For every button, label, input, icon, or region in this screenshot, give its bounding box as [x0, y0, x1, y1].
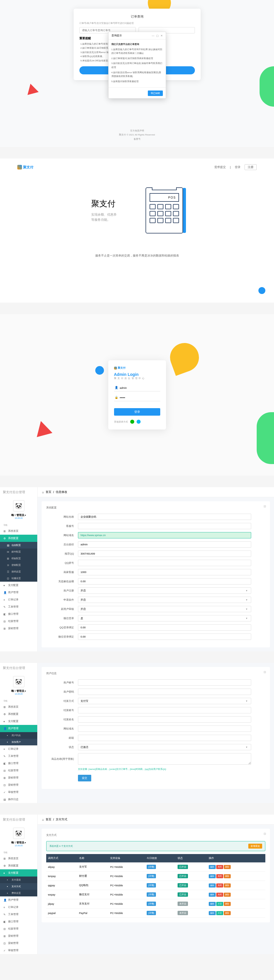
- field-input[interactable]: [78, 578, 251, 585]
- password-input[interactable]: [114, 394, 160, 401]
- delete-button[interactable]: 删除: [224, 892, 231, 897]
- field-input[interactable]: [78, 633, 251, 640]
- close-button[interactable]: 关闭: [216, 883, 223, 888]
- sidebar-item[interactable]: •支付通道: [0, 877, 37, 883]
- sidebar-item[interactable]: ≡订单记录: [0, 745, 37, 752]
- sidebar-item[interactable]: ⚙系统配置: [0, 711, 37, 718]
- sidebar-item[interactable]: ♦支付配置: [0, 582, 37, 589]
- login-button[interactable]: 登录: [114, 408, 160, 416]
- close-button[interactable]: 关闭: [216, 892, 223, 897]
- sidebar-item[interactable]: ⊡营销管理: [0, 940, 37, 947]
- field-input[interactable]: [78, 707, 251, 713]
- sidebar-item[interactable]: ⊞营销管理: [0, 625, 37, 632]
- sidebar-item[interactable]: •添加用户: [0, 739, 37, 745]
- sidebar-item[interactable]: ⛭密钥配置: [0, 562, 37, 568]
- sidebar-item[interactable]: ⊞营销管理: [0, 932, 37, 940]
- sidebar-item[interactable]: ✎工单管理: [0, 911, 37, 918]
- open-button[interactable]: 开启: [216, 902, 223, 906]
- sidebar-item[interactable]: ⊡营销管理: [0, 781, 37, 789]
- field-input[interactable]: [78, 735, 251, 741]
- sidebar-item[interactable]: ✓审核管理: [0, 789, 37, 796]
- admin-username[interactable]: 嗨！管理员 ▾: [3, 841, 34, 845]
- open-button[interactable]: 开启: [216, 911, 223, 915]
- fab-button[interactable]: [258, 287, 265, 294]
- sidebar-item[interactable]: ⚙系统配置: [0, 535, 37, 542]
- detail-badge[interactable]: [详情]: [147, 892, 156, 897]
- delete-button[interactable]: 删除: [224, 865, 231, 869]
- sidebar-item[interactable]: ◧接口管理: [0, 918, 37, 925]
- sidebar-item[interactable]: ⊞系统首页: [0, 855, 37, 862]
- detail-badge[interactable]: [详情]: [147, 902, 156, 906]
- qq-icon[interactable]: [136, 420, 141, 424]
- sidebar-item[interactable]: ≡订单记录: [0, 904, 37, 911]
- edit-button[interactable]: 编辑: [209, 883, 216, 888]
- sidebar-item[interactable]: ▤操作日志: [0, 796, 37, 803]
- edit-button[interactable]: 编辑: [209, 902, 216, 906]
- field-input[interactable]: [78, 523, 251, 529]
- admin-username[interactable]: 嗨！管理员 ▾: [3, 513, 34, 517]
- home-icon[interactable]: ⌂: [42, 818, 44, 821]
- field-select[interactable]: 开启: [78, 587, 251, 594]
- field-input[interactable]: [78, 624, 251, 631]
- field-input[interactable]: [78, 560, 251, 566]
- home-icon[interactable]: ⌂: [42, 491, 44, 494]
- field-input[interactable]: [78, 689, 251, 695]
- sidebar-item[interactable]: 👤用户管理: [0, 589, 37, 596]
- field-input[interactable]: [78, 569, 251, 575]
- sidebar-item[interactable]: ✓审核管理: [0, 947, 37, 954]
- detail-badge[interactable]: [详情]: [147, 911, 156, 915]
- panel-toggle-icon[interactable]: ⊟: [264, 670, 266, 674]
- field-textarea[interactable]: [78, 753, 251, 765]
- delete-button[interactable]: 删除: [224, 874, 231, 878]
- modal-confirm-button[interactable]: 我已知晓: [148, 91, 163, 96]
- field-input[interactable]: [78, 541, 251, 548]
- detail-badge[interactable]: [详情]: [147, 874, 156, 878]
- delete-button[interactable]: 删除: [224, 902, 231, 906]
- sidebar-item[interactable]: •用户列表: [0, 732, 37, 739]
- field-input[interactable]: [78, 532, 251, 538]
- sidebar-item[interactable]: •支付方式: [0, 883, 37, 890]
- nav-register-button[interactable]: 注册: [245, 164, 257, 170]
- sidebar-item[interactable]: 👤用户管理: [0, 896, 37, 904]
- nav-demand[interactable]: 需求提交: [214, 165, 226, 169]
- maximize-icon[interactable]: ▢: [156, 34, 159, 37]
- close-button[interactable]: 关闭: [216, 865, 223, 869]
- sidebar-item[interactable]: ✎工单管理: [0, 752, 37, 760]
- sidebar-item[interactable]: ⊞营销管理: [0, 774, 37, 781]
- sidebar-item[interactable]: ⊟结算管理: [0, 767, 37, 774]
- submit-button[interactable]: 提交: [78, 775, 91, 781]
- sidebar-item[interactable]: ⊞系统首页: [0, 703, 37, 711]
- delete-button[interactable]: 删除: [224, 883, 231, 888]
- sidebar-item[interactable]: ⊟结算管理: [0, 925, 37, 932]
- sidebar-item[interactable]: ✎工单管理: [0, 603, 37, 611]
- field-select[interactable]: 开启: [78, 597, 251, 603]
- field-input[interactable]: [78, 550, 251, 557]
- sidebar-item[interactable]: ⊡轮播设置: [0, 575, 37, 582]
- sidebar-item[interactable]: ≡订单记录: [0, 596, 37, 603]
- edit-button[interactable]: 编辑: [209, 874, 216, 878]
- close-icon[interactable]: ✕: [160, 34, 163, 37]
- sidebar-item[interactable]: ♦支付配置: [0, 718, 37, 725]
- sidebar-item[interactable]: ⊞系统首页: [0, 527, 37, 535]
- sidebar-item[interactable]: ⊟结算管理: [0, 618, 37, 625]
- delete-button[interactable]: 删除: [224, 911, 231, 915]
- username-input[interactable]: [114, 385, 160, 391]
- field-select[interactable]: 支付宝: [78, 698, 251, 704]
- minimize-icon[interactable]: —: [152, 34, 154, 37]
- sidebar-item[interactable]: ✉邮件配置: [0, 549, 37, 555]
- edit-button[interactable]: 编辑: [209, 892, 216, 897]
- admin-username[interactable]: 嗨！管理员 ▾: [3, 689, 34, 693]
- panel-toggle-icon[interactable]: ⊟: [264, 505, 266, 508]
- close-button[interactable]: 关闭: [216, 874, 223, 878]
- field-input[interactable]: [78, 716, 251, 722]
- add-channel-button[interactable]: 新增渠道: [248, 844, 262, 849]
- sidebar-item[interactable]: •费率设置: [0, 890, 37, 896]
- sidebar-item[interactable]: ⊞模板配置: [0, 555, 37, 562]
- detail-badge[interactable]: [详情]: [147, 883, 156, 888]
- field-input[interactable]: [78, 679, 251, 686]
- nav-login[interactable]: 登录: [235, 165, 240, 169]
- panel-toggle-icon[interactable]: ⊟: [264, 832, 266, 835]
- field-input[interactable]: [78, 725, 251, 732]
- sidebar-item[interactable]: ⚙系统配置: [0, 862, 37, 869]
- field-select[interactable]: 是: [78, 615, 251, 621]
